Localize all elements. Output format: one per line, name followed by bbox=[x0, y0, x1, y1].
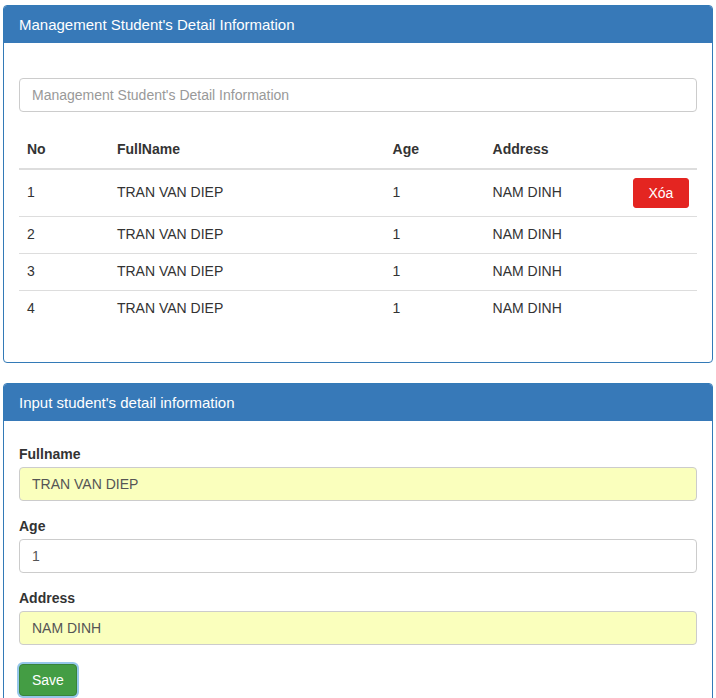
table-row: 4 TRAN VAN DIEP 1 NAM DINH bbox=[19, 290, 697, 326]
cell-age: 1 bbox=[385, 169, 485, 217]
management-panel-body: No FullName Age Address 1 TRAN VAN DIEP … bbox=[4, 43, 712, 362]
table-row: 2 TRAN VAN DIEP 1 NAM DINH bbox=[19, 216, 697, 253]
age-group: Age bbox=[19, 518, 697, 573]
age-label: Age bbox=[19, 518, 697, 534]
input-panel-title: Input student's detail information bbox=[4, 384, 712, 421]
cell-fullname: TRAN VAN DIEP bbox=[109, 290, 385, 326]
column-header-fullname: FullName bbox=[109, 132, 385, 169]
cell-address: NAM DINH bbox=[485, 216, 625, 253]
column-header-age: Age bbox=[385, 132, 485, 169]
cell-no: 1 bbox=[19, 169, 109, 217]
cell-actions bbox=[625, 253, 697, 290]
cell-fullname: TRAN VAN DIEP bbox=[109, 216, 385, 253]
address-input[interactable] bbox=[19, 611, 697, 645]
save-button[interactable]: Save bbox=[19, 664, 77, 696]
cell-actions bbox=[625, 290, 697, 326]
column-header-actions bbox=[625, 132, 697, 169]
address-label: Address bbox=[19, 590, 697, 606]
address-group: Address bbox=[19, 590, 697, 645]
search-input[interactable] bbox=[19, 78, 697, 112]
delete-button[interactable]: Xóa bbox=[633, 178, 689, 208]
column-header-no: No bbox=[19, 132, 109, 169]
table-header-row: No FullName Age Address bbox=[19, 132, 697, 169]
cell-age: 1 bbox=[385, 290, 485, 326]
cell-age: 1 bbox=[385, 253, 485, 290]
cell-address: NAM DINH bbox=[485, 253, 625, 290]
fullname-label: Fullname bbox=[19, 446, 697, 462]
cell-fullname: TRAN VAN DIEP bbox=[109, 253, 385, 290]
cell-address: NAM DINH bbox=[485, 290, 625, 326]
cell-actions bbox=[625, 216, 697, 253]
column-header-address: Address bbox=[485, 132, 625, 169]
input-panel: Input student's detail information Fulln… bbox=[3, 383, 713, 698]
table-row: 3 TRAN VAN DIEP 1 NAM DINH bbox=[19, 253, 697, 290]
cell-age: 1 bbox=[385, 216, 485, 253]
cell-address: NAM DINH bbox=[485, 169, 625, 217]
cell-no: 4 bbox=[19, 290, 109, 326]
age-input[interactable] bbox=[19, 539, 697, 573]
table-row: 1 TRAN VAN DIEP 1 NAM DINH Xóa bbox=[19, 169, 697, 217]
management-panel: Management Student's Detail Information … bbox=[3, 5, 713, 363]
fullname-input[interactable] bbox=[19, 467, 697, 501]
fullname-group: Fullname bbox=[19, 446, 697, 501]
cell-no: 3 bbox=[19, 253, 109, 290]
cell-actions: Xóa bbox=[625, 169, 697, 217]
cell-fullname: TRAN VAN DIEP bbox=[109, 169, 385, 217]
students-table: No FullName Age Address 1 TRAN VAN DIEP … bbox=[19, 132, 697, 327]
input-panel-body: Fullname Age Address Save bbox=[4, 421, 712, 698]
management-panel-title: Management Student's Detail Information bbox=[4, 6, 712, 43]
cell-no: 2 bbox=[19, 216, 109, 253]
